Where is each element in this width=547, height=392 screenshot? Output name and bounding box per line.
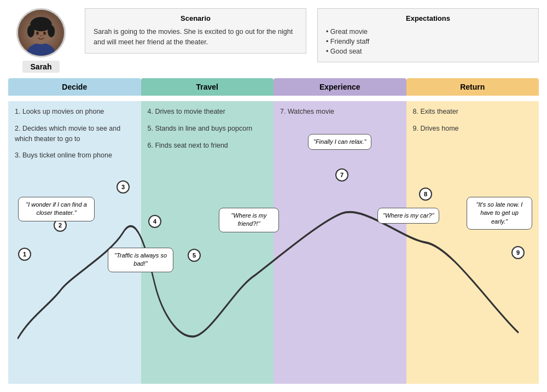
col-header-decide: Decide [8,78,141,96]
persona-area: Sarah [8,8,74,73]
scenario-box: Scenario Sarah is going to the movies. S… [85,8,306,54]
bubble-4: "Finally I can relax." [308,134,371,150]
step-9: 9. Drives home [413,124,533,134]
top-section: Sarah Scenario Sarah is going to the mov… [8,8,539,73]
expectations-box: Expectations Great movie Friendly staff … [317,8,539,62]
journey-area: 1. Looks up movies on phone 2. Decides w… [8,101,539,384]
dot-7: 7 [335,168,348,182]
journey-col-return: 8. Exits theater 9. Drives home [406,101,539,384]
svg-point-11 [40,35,43,37]
step-7: 7. Watches movie [280,107,400,117]
bubble-3: "Where is my friend?!" [219,208,279,232]
dot-8: 8 [419,188,432,201]
persona-name: Sarah [22,61,60,73]
dot-4: 4 [148,215,161,228]
step-6: 6. Finds seat next to friend [148,141,267,151]
bubble-6: "It's so late now. I have to get up earl… [467,197,532,230]
step-1: 1. Looks up movies on phone [15,107,135,117]
main-container: Sarah Scenario Sarah is going to the mov… [0,0,547,392]
step-2: 2. Decides which movie to see and which … [15,124,135,144]
step-5: 5. Stands in line and buys popcorn [148,124,267,134]
step-4: 4. Drives to movie theater [148,107,267,117]
svg-point-6 [48,25,55,37]
scenario-title: Scenario [94,14,298,22]
expectations-list: Great movie Friendly staff Good seat [326,27,530,56]
bubble-2: "Traffic is always so bad!" [108,248,173,272]
step-3: 3. Buys ticket online from phone [15,150,135,161]
expectations-title: Expectations [326,14,530,22]
expectation-item: Good seat [326,46,530,56]
dot-3: 3 [117,180,130,194]
col-header-return: Return [406,78,539,96]
svg-point-10 [44,32,45,34]
journey-col-decide: 1. Looks up movies on phone 2. Decides w… [8,101,141,384]
svg-point-5 [27,25,34,37]
journey-col-travel: 4. Drives to movie theater 5. Stands in … [141,101,274,384]
col-header-travel: Travel [141,78,274,96]
avatar [16,8,66,57]
col-header-experience: Experience [274,78,406,96]
svg-point-9 [37,32,38,34]
dot-5: 5 [188,249,201,262]
bubble-1: "I wonder if I can find a closer theater… [18,197,95,221]
dot-9: 9 [511,246,525,259]
dot-1: 1 [18,248,31,261]
scenario-text: Sarah is going to the movies. She is exc… [94,27,298,48]
journey-wrapper: 1. Looks up movies on phone 2. Decides w… [8,101,539,384]
expectation-item: Friendly staff [326,37,530,46]
columns-header: Decide Travel Experience Return [8,78,539,96]
step-8: 8. Exits theater [413,107,533,117]
bubble-5: "Where is my car?" [377,208,439,224]
expectation-item: Great movie [326,27,530,37]
